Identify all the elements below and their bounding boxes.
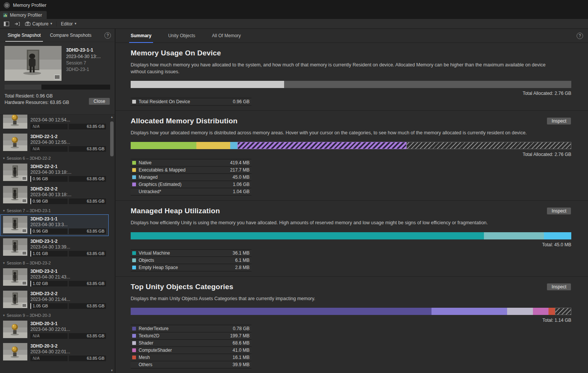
platform-icon [22, 199, 27, 203]
tab-single-snapshot[interactable]: Single Snapshot [4, 29, 44, 42]
session-header[interactable]: ▾Session 7 – 3DHD-23-1 [0, 206, 109, 214]
import-icon [14, 22, 20, 26]
session-header[interactable]: ▾Session 8 – 3DHD-23-2 [0, 259, 109, 266]
inspect-button[interactable]: Inspect [547, 283, 571, 291]
selected-snapshot-card: 3DHD-23-1-1 2023-04-30 13:... Session 7 … [0, 42, 115, 108]
snapshot-list-item[interactable]: 2023-04-30 12:54...N/A63.85 GB [0, 115, 109, 132]
capture-button[interactable]: Capture ▾ [23, 20, 54, 27]
chevron-down-icon: ▾ [3, 209, 5, 212]
bar-segment-managed[interactable] [230, 142, 237, 149]
snapshot-list-item[interactable]: 3DHD-23-1-22023-04-30 13:39...1.01 GB63.… [0, 236, 109, 259]
legend-label: Native [139, 160, 152, 165]
bar-segment-graphics-estimated[interactable] [237, 142, 406, 149]
hardware-resources-label: Hardware Resources: 63.85 GB [5, 100, 69, 105]
legend-row[interactable]: Graphics (Estimated)1.06 GB [131, 181, 251, 188]
bar-segment-compute-shader[interactable] [533, 308, 548, 315]
scrollbar[interactable]: ▲ ▼ [109, 115, 114, 373]
session-header[interactable]: ▾Session 9 – 3DHD-20-3 [0, 311, 109, 319]
resident-value: N/A [30, 124, 68, 129]
tab-all-of-memory[interactable]: All Of Memory [212, 29, 241, 42]
close-button[interactable]: Close [89, 98, 110, 105]
bar-segment-empty-heap-space[interactable] [544, 232, 571, 239]
bar-segment-allocated-remainder[interactable] [284, 81, 571, 88]
snapshot-thumbnail [3, 115, 27, 129]
resident-value: N/A [30, 356, 68, 361]
snapshot-list-item[interactable]: 3DHD-20-3-12023-04-30 22:01...N/A63.85 G… [0, 319, 109, 341]
bar-segment-untracked[interactable] [406, 142, 571, 149]
inspect-button[interactable]: Inspect [547, 117, 571, 125]
section-header: Managed Heap UtilizationInspect [131, 206, 571, 216]
import-snapshot-button[interactable] [12, 20, 22, 27]
inspect-button[interactable]: Inspect [547, 207, 571, 215]
legend-row[interactable]: ComputeShader41.0 MB [131, 347, 251, 354]
session-header[interactable]: ▾Session 6 – 3DHD-22-2 [0, 154, 109, 162]
legend-label: Texture2D [139, 333, 160, 338]
legend-swatch [132, 356, 136, 359]
bar-segment-total-resident-on-device[interactable] [131, 81, 284, 88]
bar-segment-others[interactable] [555, 308, 571, 315]
snapshot-list-item[interactable]: 3DHD-22-2-12023-04-30 13:18:...0.96 GB63… [0, 162, 109, 184]
legend-row[interactable]: Native419.4 MB [131, 159, 251, 167]
legend-row[interactable]: Total Resident On Device0.96 GB [131, 98, 251, 105]
tab-unity-objects[interactable]: Unity Objects [168, 29, 195, 42]
chevron-down-icon: ▾ [3, 261, 5, 265]
legend-row[interactable]: Managed45.0 MB [131, 174, 251, 181]
resident-memory-bar [5, 85, 110, 90]
legend-row[interactable]: Texture2D199.7 MB [131, 332, 251, 340]
bar-segment-virtual-machine[interactable] [131, 232, 484, 239]
chevron-down-icon[interactable]: ▾ [51, 22, 52, 25]
sidebar-tabbar: Single Snapshot Compare Snapshots ? [0, 29, 115, 42]
bar-segment-objects[interactable] [484, 232, 544, 239]
legend-row[interactable]: Untracked*1.04 GB [131, 188, 251, 195]
snapshot-list-item[interactable]: 3DHD-23-1-12023-04-30 13:3...0.96 GB63.8… [0, 214, 109, 236]
bar-segment-texture2d[interactable] [432, 308, 507, 315]
bar-segment-render-texture[interactable] [131, 308, 432, 315]
legend-label: Others [139, 362, 152, 367]
profiler-tab-icon [3, 13, 8, 17]
memory-bar [131, 232, 571, 239]
bar-segment-native[interactable] [131, 142, 196, 149]
chevron-down-icon: ▾ [75, 22, 77, 25]
snapshot-list-item[interactable]: 3DHD-23-2-12023-04-30 21:43...1.02 GB63.… [0, 266, 109, 289]
legend-label: Total Resident On Device [139, 99, 190, 104]
session-label: Session 8 – 3DHD-23-2 [7, 261, 51, 265]
chevron-down-icon: ▾ [3, 157, 5, 160]
snapshot-values: N/A63.85 GB [30, 333, 106, 339]
legend-row[interactable]: Others39.9 MB [131, 361, 251, 368]
scrollbar-thumb[interactable] [110, 121, 114, 156]
tab-summary[interactable]: Summary [131, 29, 152, 42]
help-icon[interactable]: ? [104, 32, 111, 39]
resident-value: 0.98 GB [30, 198, 68, 204]
legend-row[interactable]: Shader68.6 MB [131, 340, 251, 347]
legend-row[interactable]: Virtual Machine36.1 MB [131, 250, 251, 257]
editor-dropdown[interactable]: Editor ▾ [58, 20, 79, 27]
legend-row[interactable]: Objects6.1 MB [131, 257, 251, 264]
legend-row[interactable]: RenderTexture0.78 GB [131, 325, 251, 332]
snapshot-values: 1.02 GB63.85 GB [30, 281, 106, 286]
memory-bar [131, 308, 571, 315]
snapshot-list-item[interactable]: 3DHD-22-2-22023-04-30 13:18:...0.98 GB63… [0, 184, 109, 206]
snapshot-values: N/A63.85 GB [30, 356, 106, 361]
resident-value: N/A [30, 333, 68, 339]
snapshot-values: 0.96 GB63.85 GB [30, 228, 106, 234]
scroll-up-icon[interactable]: ▲ [111, 115, 114, 119]
snapshot-list-item[interactable]: 3DHD-22-1-22023-04-30 12:55...N/A63.85 G… [0, 132, 109, 154]
snapshot-date: 2023-04-30 22:01... [30, 349, 106, 354]
bar-segment-mesh[interactable] [548, 308, 555, 315]
scroll-down-icon[interactable]: ▼ [111, 369, 114, 373]
bar-segment-executables-and-mapped[interactable] [196, 142, 230, 149]
snapshot-list-item[interactable]: 3DHD-20-3-22023-04-30 22:01...N/A63.85 G… [0, 341, 109, 364]
legend-row[interactable]: Empty Heap Space2.8 MB [131, 264, 251, 271]
window-tab-memory-profiler[interactable]: Memory Profiler [0, 11, 47, 19]
help-icon[interactable]: ? [577, 33, 583, 39]
bar-segment-shader[interactable] [507, 308, 533, 315]
tab-compare-snapshots[interactable]: Compare Snapshots [46, 29, 95, 42]
snapshot-list-item[interactable]: 3DHD-23-2-22023-04-30 21:44...1.05 GB63.… [0, 289, 109, 311]
snapshot-values: N/A63.85 GB [30, 124, 106, 129]
panel-toggle-button[interactable] [2, 20, 11, 27]
panel-icon [4, 22, 9, 26]
window-tabstrip: Memory Profiler [0, 11, 588, 19]
legend-row[interactable]: Mesh16.1 MB [131, 354, 251, 361]
legend-row[interactable]: Executables & Mapped217.7 MB [131, 167, 251, 174]
memory-bar [131, 81, 571, 88]
